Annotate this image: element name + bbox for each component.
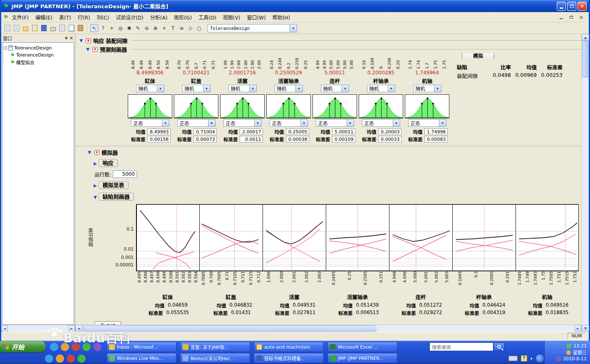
tree-item[interactable]: −JMPToleranceDesign	[3, 44, 73, 52]
ie-icon[interactable]	[45, 354, 53, 363]
sd-field[interactable]: 0.00109	[332, 136, 355, 143]
mdi-restore-button[interactable]	[568, 14, 575, 20]
sd-field[interactable]: 0.0011	[240, 136, 263, 143]
menu-item[interactable]: 工具(O)	[195, 13, 220, 22]
new-document-icon[interactable]	[3, 24, 11, 32]
oval-tool[interactable]: ○	[195, 24, 203, 32]
taskbar-button[interactable]: Motto公关公司Hel...	[180, 353, 250, 363]
taskbar-button[interactable]: Windows Live Mes...	[107, 353, 176, 363]
open-file-icon[interactable]	[22, 24, 30, 32]
random-mode-dropdown[interactable]: 随机▾	[275, 85, 303, 92]
simulate-to-table-header[interactable]: 模拟至表	[99, 181, 129, 189]
disclosure-icon[interactable]: ▼	[87, 150, 92, 155]
lines-tool[interactable]: ≡	[178, 24, 186, 32]
new-journal-icon[interactable]	[12, 24, 20, 32]
disclosure-icon[interactable]: ▼	[79, 38, 84, 43]
menu-item[interactable]: 分析(A)	[147, 13, 171, 22]
display-tray-icon[interactable]	[556, 357, 561, 361]
taskbar-button[interactable]: auto and machnism	[254, 342, 324, 352]
chevron-down-icon[interactable]: ▾	[342, 85, 349, 92]
panel-menu-icon[interactable]: ▼	[65, 36, 68, 40]
plus-tool[interactable]: +	[160, 24, 168, 32]
chevron-down-icon[interactable]: ▾	[208, 120, 215, 126]
random-mode-dropdown[interactable]: 随机▾	[413, 85, 441, 92]
restore-button[interactable]	[567, 2, 576, 11]
chevron-down-icon[interactable]: ▾	[388, 85, 395, 92]
disclosure-icon[interactable]: ▶	[94, 183, 97, 188]
save-icon[interactable]	[40, 24, 48, 32]
menu-item[interactable]: 行(R)	[74, 13, 94, 22]
response-collapsed-header[interactable]: 响应	[99, 159, 118, 167]
random-mode-dropdown[interactable]: 随机▾	[182, 85, 211, 92]
phone-icon[interactable]	[72, 343, 80, 351]
tree-expander-icon[interactable]: −	[3, 46, 7, 50]
scroll-left-icon[interactable]: ◄	[75, 325, 82, 332]
disclosure-icon[interactable]: ▼	[94, 195, 97, 199]
menu-item[interactable]: 试验设计(D)	[112, 13, 147, 22]
red-menu-icon[interactable]: ▼	[92, 47, 98, 52]
menu-item[interactable]: 列(C)	[93, 13, 112, 22]
taskbar-button[interactable]: 投标书格式科理备...	[254, 353, 324, 363]
clock-tray-icon[interactable]	[566, 350, 571, 355]
chevron-down-icon[interactable]: ▾	[162, 120, 169, 126]
menu-item[interactable]: 窗口(W)	[243, 13, 269, 22]
main-vscrollbar[interactable]: ▲ ▼	[581, 34, 589, 332]
mean-field[interactable]: 8.49993	[147, 128, 171, 135]
taskbar-button[interactable]: Microsoft Excel ...	[327, 342, 397, 352]
msn-icon[interactable]	[93, 343, 102, 351]
random-mode-dropdown[interactable]: 随机▾	[136, 85, 164, 92]
help-tray-icon[interactable]: ?	[521, 355, 527, 362]
expand-tray-icon[interactable]: ▾	[531, 357, 533, 361]
random-mode-dropdown[interactable]: 随机▾	[321, 85, 349, 92]
taskbar-button[interactable]: Inbox - Microsof...	[107, 342, 176, 352]
menu-item[interactable]: 表(T)	[56, 13, 74, 22]
simulate-button[interactable]: 模拟	[462, 53, 494, 59]
taskbar-button[interactable]: JMP (JMP PARTNER...	[327, 353, 397, 363]
distribution-dropdown[interactable]: 正态▾	[270, 119, 308, 127]
distribution-dropdown[interactable]: 正态▾	[408, 119, 446, 127]
paste-icon[interactable]	[77, 24, 84, 32]
distribution-dropdown[interactable]: 正态▾	[223, 119, 262, 127]
main-hscrollbar[interactable]: ◄ ►	[75, 325, 581, 332]
menu-item[interactable]: 编辑(E)	[32, 13, 56, 22]
data-table-combo[interactable]: ToleranceDesign ▾	[208, 24, 297, 32]
run-script-icon[interactable]	[31, 24, 39, 32]
sd-field[interactable]: 0.00073	[193, 136, 217, 143]
hscroll-thumb[interactable]	[83, 325, 376, 332]
mean-field[interactable]: 1.74996	[424, 128, 448, 135]
chevron-down-icon[interactable]: ▾	[157, 85, 164, 92]
sd-field[interactable]: 0.00038	[286, 136, 309, 143]
text-tool[interactable]: T	[169, 24, 177, 32]
menu-item[interactable]: 文件(F)	[9, 13, 32, 22]
pointer-tool[interactable]: ↖	[90, 24, 98, 32]
sphere-icon[interactable]	[67, 354, 75, 363]
move-tool[interactable]: +	[108, 24, 116, 32]
mean-field[interactable]: 0.20003	[378, 128, 402, 135]
mean-field[interactable]: 2.00017	[240, 128, 263, 135]
chevron-down-icon[interactable]: ▾	[295, 85, 302, 92]
search-input[interactable]: 搜索桌面	[429, 342, 493, 351]
chevron-down-icon[interactable]: ▾	[290, 25, 297, 32]
tree-item[interactable]: ⚑ToleranceDesign	[3, 52, 73, 59]
show-desktop-icon[interactable]	[50, 343, 58, 351]
sidebar-hscrollbar[interactable]: ◄ ►	[1, 325, 75, 332]
titlebar[interactable]: ⚑ JMP (JMP PARTNER) - [ToleranceDesign- …	[1, 0, 589, 12]
media-player-icon[interactable]	[82, 343, 91, 351]
qq-icon[interactable]	[56, 354, 64, 363]
disclosure-icon[interactable]: ▶	[94, 161, 97, 166]
menu-item[interactable]: 图形(G)	[171, 13, 195, 22]
menu-item[interactable]: 视图(V)	[220, 13, 244, 22]
tree-item[interactable]: ⚑模型拟合	[3, 59, 73, 66]
scroll-left-icon[interactable]: ◄	[1, 325, 8, 332]
browser-icon[interactable]	[77, 354, 86, 363]
brush-tool[interactable]: ✎	[134, 24, 142, 32]
panel-close-icon[interactable]: ×	[69, 35, 73, 41]
chevron-down-icon[interactable]: ▾	[300, 120, 307, 126]
search-button[interactable]	[493, 342, 505, 351]
disclosure-icon[interactable]: ▼	[85, 47, 90, 52]
red-menu-icon[interactable]: ▼	[86, 38, 91, 43]
help-tool[interactable]: ?	[99, 24, 107, 32]
scroll-right-icon[interactable]: ►	[575, 325, 581, 332]
scroll-up-icon[interactable]: ▲	[582, 34, 589, 41]
start-button[interactable]: 开始	[0, 341, 46, 352]
